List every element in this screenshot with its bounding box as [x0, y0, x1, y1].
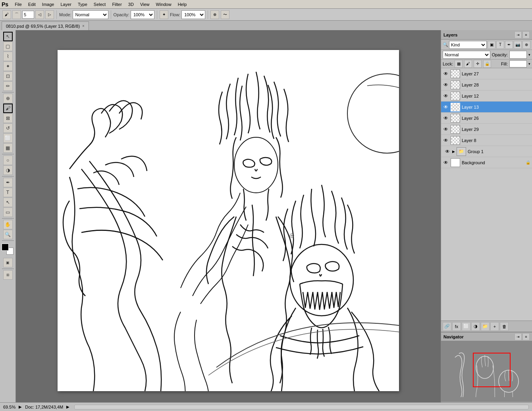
- gradient-tool[interactable]: ▦: [3, 143, 13, 153]
- menu-3d[interactable]: 3D: [125, 1, 137, 8]
- brush-angle-btn[interactable]: ⌒: [12, 10, 21, 19]
- blur-tool[interactable]: ○: [3, 156, 13, 165]
- menu-image[interactable]: Image: [39, 1, 58, 8]
- path-select-tool[interactable]: ↖: [3, 198, 13, 207]
- layer-fx-btn[interactable]: fx: [452, 322, 461, 331]
- group-expand-arrow[interactable]: ▶: [452, 150, 455, 154]
- layer-row-13[interactable]: 👁 Layer 13: [441, 102, 532, 113]
- navigator-title: Navigator: [443, 334, 464, 339]
- healing-tool[interactable]: ⊕: [3, 94, 13, 103]
- layers-options-btn[interactable]: ≡: [522, 31, 530, 38]
- menu-window[interactable]: Window: [153, 1, 175, 8]
- layer-delete-btn[interactable]: 🗑: [500, 322, 509, 331]
- zoom-tool[interactable]: 🔍: [3, 230, 13, 239]
- lock-pixels-btn[interactable]: 🖌: [464, 60, 472, 68]
- layer-new-btn[interactable]: +: [490, 322, 499, 331]
- menu-layer[interactable]: Layer: [57, 1, 75, 8]
- menu-select[interactable]: Select: [91, 1, 109, 8]
- kind-path-btn[interactable]: ✒: [505, 41, 513, 49]
- history-brush-tool[interactable]: ↺: [3, 123, 13, 133]
- layers-kind-select[interactable]: Kind: [449, 41, 487, 49]
- horizontal-scrollbar[interactable]: [74, 405, 529, 409]
- pen-tool[interactable]: ✒: [3, 178, 13, 187]
- layer-row-8[interactable]: 👁 Layer 8: [441, 135, 532, 146]
- clone-stamp-tool[interactable]: ⊠: [3, 113, 13, 123]
- layer-eye-group1[interactable]: 👁: [444, 148, 451, 155]
- layer-eye-13[interactable]: 👁: [443, 104, 449, 110]
- document-tab[interactable]: 0810.psd @ 69,5% (Layer 13, RGB/8) ×: [2, 21, 89, 30]
- menu-file[interactable]: File: [12, 1, 25, 8]
- layer-adjustment-btn[interactable]: ◑: [471, 322, 480, 331]
- layer-eye-12[interactable]: 👁: [443, 93, 449, 99]
- kind-pixel-btn[interactable]: ▣: [488, 41, 495, 49]
- menu-filter[interactable]: Filter: [109, 1, 125, 8]
- move-tool[interactable]: ↖: [3, 32, 13, 41]
- stylus-btn[interactable]: ⊕: [210, 10, 219, 19]
- quick-select-tool[interactable]: ✦: [3, 61, 13, 71]
- marquee-tool[interactable]: ▢: [3, 42, 13, 51]
- layer-row-26[interactable]: 👁 Layer 26: [441, 113, 532, 124]
- hand-tool[interactable]: ✋: [3, 220, 13, 229]
- lock-all-btn[interactable]: 🔒: [483, 60, 491, 68]
- navigator-expand-btn[interactable]: ⇥: [515, 333, 522, 340]
- kind-smart-btn[interactable]: 📷: [514, 41, 522, 49]
- navigator-view[interactable]: [441, 341, 532, 401]
- layers-panel: Layers ⇥ ≡ 🔍 Kind ▣ T ✒ 📷 ⊕: [441, 30, 532, 332]
- airbrush-btn[interactable]: ✦: [160, 10, 168, 19]
- lasso-tool[interactable]: ⌇: [3, 52, 13, 61]
- blend-mode-select[interactable]: Normal Multiply Screen Overlay: [443, 51, 490, 59]
- eyedropper-tool[interactable]: ✏: [3, 81, 13, 91]
- dodge-tool[interactable]: ◑: [3, 165, 13, 175]
- layer-link-btn[interactable]: 🔗: [443, 322, 451, 331]
- status-zoom-icon[interactable]: ▶: [19, 405, 22, 409]
- smooth-btn[interactable]: 〜: [221, 10, 229, 19]
- lock-transparent-btn[interactable]: ▦: [455, 60, 463, 68]
- layer-eye-28[interactable]: 👁: [443, 82, 449, 88]
- layer-row-27[interactable]: 👁 Layer 27: [441, 68, 532, 79]
- layer-row-29[interactable]: 👁 Layer 29: [441, 124, 532, 135]
- kind-text-btn[interactable]: T: [496, 41, 504, 49]
- layer-eye-27[interactable]: 👁: [443, 71, 449, 77]
- fg-color-swatch[interactable]: [2, 244, 9, 251]
- layer-mask-btn[interactable]: ⬜: [462, 322, 470, 331]
- brush-tool[interactable]: 🖌: [3, 104, 13, 113]
- layer-row-background[interactable]: 👁 Background 🔒: [441, 157, 532, 168]
- layer-eye-background[interactable]: 👁: [443, 159, 449, 166]
- quick-mask-btn[interactable]: ▣: [3, 258, 13, 267]
- layer-group-btn[interactable]: 📁: [481, 322, 490, 331]
- opacity-input[interactable]: 100%: [509, 51, 527, 59]
- brush-size-input[interactable]: 5: [22, 11, 34, 19]
- navigator-options-btn[interactable]: ≡: [522, 333, 530, 340]
- brush-size-dec[interactable]: ◁: [35, 10, 44, 19]
- text-tool[interactable]: T: [3, 188, 13, 197]
- document-canvas[interactable]: [58, 50, 399, 391]
- menu-view[interactable]: View: [137, 1, 153, 8]
- layer-row-12[interactable]: 👁 Layer 12: [441, 90, 532, 102]
- opacity-select[interactable]: 100%: [131, 10, 154, 19]
- mode-select[interactable]: Normal Multiply Screen: [73, 10, 108, 19]
- shape-tool[interactable]: ▭: [3, 207, 13, 217]
- layer-eye-8[interactable]: 👁: [443, 137, 449, 144]
- menu-edit[interactable]: Edit: [25, 1, 39, 8]
- layer-row-28[interactable]: 👁 Layer 28: [441, 79, 532, 90]
- kind-effect-btn[interactable]: ⊕: [522, 41, 530, 49]
- eraser-tool[interactable]: ⬜: [3, 133, 13, 143]
- canvas-area[interactable]: [16, 30, 441, 411]
- lock-position-btn[interactable]: ✛: [474, 60, 482, 68]
- tab-close-btn[interactable]: ×: [82, 24, 85, 28]
- menu-type[interactable]: Type: [75, 1, 91, 8]
- layer-eye-26[interactable]: 👁: [443, 115, 449, 121]
- fill-input[interactable]: 100%: [509, 60, 527, 67]
- flow-select[interactable]: 100%: [181, 10, 205, 19]
- fg-bg-colors[interactable]: [1, 244, 15, 255]
- layers-expand-btn[interactable]: ⇥: [515, 31, 522, 38]
- crop-tool[interactable]: ⊡: [3, 71, 13, 81]
- status-info-expand[interactable]: ▶: [66, 405, 69, 409]
- menu-help[interactable]: Help: [175, 1, 190, 8]
- layer-row-group1[interactable]: 👁 ▶ 📁 Group 1: [441, 146, 532, 157]
- brush-preset-btn[interactable]: 🖌: [2, 10, 11, 19]
- brush-size-inc[interactable]: ▷: [45, 10, 54, 19]
- screen-mode-btn[interactable]: ⊞: [3, 270, 13, 280]
- layer-eye-29[interactable]: 👁: [443, 126, 449, 133]
- svg-point-2: [290, 244, 353, 316]
